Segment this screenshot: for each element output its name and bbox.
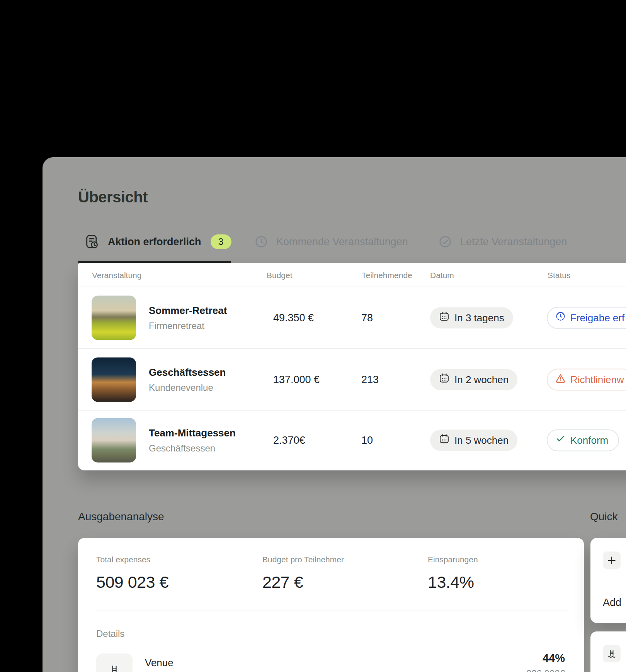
- status-badge: Konform: [547, 429, 619, 451]
- tab-label: Kommende Veranstaltungen: [276, 236, 408, 248]
- stat-value: 227 €: [262, 573, 344, 592]
- event-budget: 49.350 €: [273, 312, 314, 324]
- details-label: Details: [96, 628, 124, 639]
- tab-count-badge: 3: [211, 234, 231, 249]
- column-header-date: Datum: [430, 271, 454, 280]
- stat-label: Total expenses: [96, 555, 168, 564]
- event-participants: 213: [361, 373, 379, 385]
- stat-label: Einsparungen: [428, 555, 478, 564]
- clock-icon: [255, 235, 268, 248]
- detail-row-amount: 226.000€: [526, 668, 565, 672]
- page-title: Übersicht: [78, 188, 148, 206]
- event-subtitle: Geschäftsessen: [149, 443, 236, 453]
- event-subtitle: Kundenevenlue: [149, 382, 226, 393]
- stat-label: Budget pro Teilnehmer: [262, 555, 344, 564]
- pool-ladder-icon[interactable]: [603, 645, 621, 662]
- pending-clock-icon: [555, 311, 566, 324]
- date-label: In 2 wochen: [454, 373, 509, 385]
- date-badge: In 3 tagens: [430, 307, 513, 328]
- tab-upcoming-events[interactable]: Kommende Veranstaltungen: [255, 233, 408, 251]
- divider: [95, 611, 567, 611]
- detail-row-percent: 44%: [543, 652, 565, 665]
- chair-icon: [109, 664, 120, 672]
- plus-icon[interactable]: [603, 552, 621, 569]
- quick-actions-heading: Quick: [590, 511, 618, 523]
- quick-action-add-card[interactable]: Add: [590, 538, 626, 623]
- stat-value: 509 023 €: [96, 573, 168, 592]
- column-header-event: Veranstaltung: [92, 271, 141, 280]
- event-participants: 10: [361, 434, 373, 446]
- venue-category-icon-box: [96, 653, 133, 672]
- column-header-participants: Teilnehmende: [362, 271, 412, 280]
- status-label: Freigabe erf: [570, 312, 624, 324]
- calendar-icon: [439, 434, 449, 447]
- date-label: In 3 tagens: [454, 312, 504, 324]
- table-row[interactable]: Team-Mittagessen Geschäftsessen 2.370€ 1…: [78, 410, 626, 470]
- tab-label: Aktion erforderlich: [108, 236, 201, 248]
- event-title: Sommer-Retreat: [149, 304, 227, 316]
- warning-icon: [555, 373, 566, 386]
- expense-analysis-card: Total expenses 509 023 € Budget pro Teil…: [78, 538, 584, 672]
- column-header-budget: Budget: [267, 271, 293, 280]
- status-badge: Richtlinienw: [547, 368, 626, 390]
- status-badge: Freigabe erf: [547, 307, 626, 329]
- date-label: In 5 wochen: [454, 434, 509, 446]
- status-label: Konform: [570, 434, 608, 446]
- event-title: Geschäftsessen: [149, 366, 226, 378]
- event-thumbnail: [92, 418, 136, 462]
- check-icon: [555, 434, 566, 447]
- stat-value: 13.4%: [428, 573, 478, 592]
- table-row[interactable]: Geschäftsessen Kundenevenlue 137.000 € 2…: [78, 348, 626, 410]
- date-badge: In 2 wochen: [430, 369, 517, 390]
- table-header: Veranstaltung Budget Teilnehmende Datum …: [78, 263, 626, 287]
- expense-analysis-heading: Ausgabenanalyse: [78, 511, 164, 523]
- calendar-icon: [439, 311, 449, 324]
- tab-past-events[interactable]: Letzte Veranstaltungen: [439, 233, 567, 251]
- events-table: Veranstaltung Budget Teilnehmende Datum …: [78, 263, 626, 470]
- check-circle-icon: [439, 235, 452, 248]
- event-title: Team-Mittagessen: [149, 427, 236, 439]
- date-badge: In 5 wochen: [430, 429, 517, 451]
- screen: Übersicht Aktion erforderlich 3 Kommende…: [0, 0, 626, 672]
- event-budget: 137.000 €: [273, 373, 320, 385]
- calendar-icon: [439, 373, 449, 386]
- event-participants: 78: [361, 312, 373, 324]
- status-label: Richtlinienw: [570, 373, 624, 385]
- tab-label: Letzte Veranstaltungen: [460, 236, 567, 248]
- column-header-status: Status: [548, 271, 571, 280]
- event-subtitle: Firmenretreat: [149, 320, 227, 331]
- detail-row-label: Venue: [145, 657, 174, 669]
- table-row[interactable]: Sommer-Retreat Firmenretreat 49.350 € 78: [78, 287, 626, 348]
- add-label[interactable]: Add: [603, 597, 621, 609]
- tab-action-required[interactable]: Aktion erforderlich 3: [85, 233, 231, 251]
- event-thumbnail: [92, 295, 136, 340]
- event-budget: 2.370€: [273, 434, 305, 446]
- event-thumbnail: [92, 357, 136, 402]
- quick-action-pool-card[interactable]: [590, 631, 626, 672]
- document-clock-icon: [85, 234, 99, 249]
